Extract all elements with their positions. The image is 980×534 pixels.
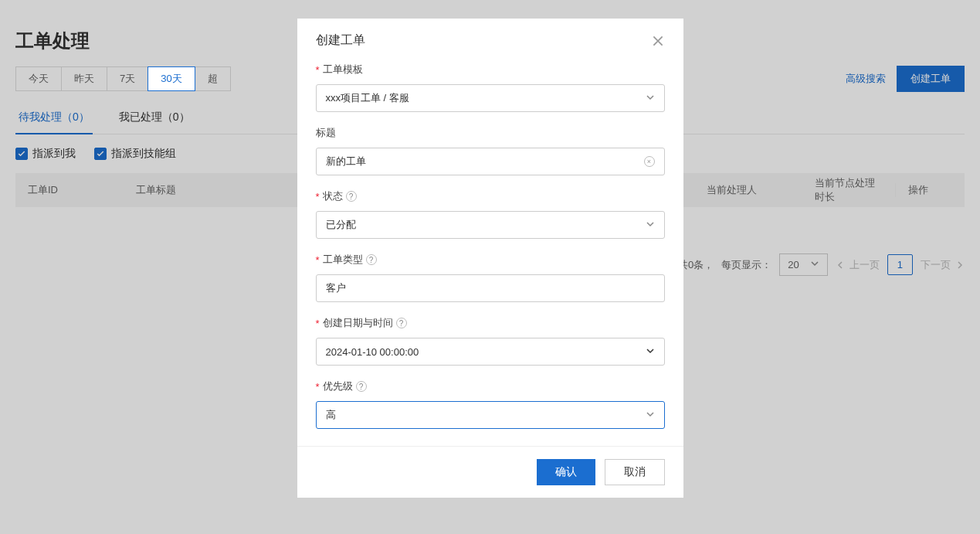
template-value: xxx项目工单 / 客服 <box>326 91 409 105</box>
required-mark: * <box>316 191 320 202</box>
subject-input[interactable]: 新的工单 × <box>316 148 665 175</box>
required-mark: * <box>316 318 320 329</box>
cancel-button[interactable]: 取消 <box>605 459 665 485</box>
chevron-down-icon <box>646 346 655 358</box>
modal-title: 创建工单 <box>316 32 365 49</box>
confirm-button[interactable]: 确认 <box>537 459 595 485</box>
datetime-picker[interactable]: 2024-01-10 00:00:00 <box>316 338 665 366</box>
datetime-label: 创建日期与时间 <box>323 316 393 330</box>
clear-icon[interactable]: × <box>644 156 655 167</box>
date-30d-button[interactable]: 30天 <box>148 66 195 91</box>
subject-value: 新的工单 <box>326 155 366 168</box>
subject-label: 标题 <box>316 126 336 140</box>
priority-select[interactable]: 高 <box>316 401 665 429</box>
help-icon[interactable]: ? <box>366 254 377 265</box>
help-icon[interactable]: ? <box>346 191 357 202</box>
required-mark: * <box>316 64 320 76</box>
chevron-down-icon <box>646 219 655 231</box>
status-label: 状态 <box>323 189 343 203</box>
template-select[interactable]: xxx项目工单 / 客服 <box>316 84 665 112</box>
help-icon[interactable]: ? <box>356 381 367 392</box>
datetime-value: 2024-01-10 00:00:00 <box>326 346 419 358</box>
priority-label: 优先级 <box>323 379 353 393</box>
status-select[interactable]: 已分配 <box>316 211 665 239</box>
chevron-down-icon <box>646 93 655 104</box>
chevron-down-icon <box>646 410 655 421</box>
create-ticket-modal: 创建工单 *工单模板 xxx项目工单 / 客服 标题 新的工单 × <box>297 19 683 498</box>
required-mark: * <box>316 381 320 393</box>
required-mark: * <box>316 254 320 266</box>
type-input[interactable]: 客户 <box>316 274 665 302</box>
template-label: 工单模板 <box>323 63 363 77</box>
close-icon[interactable] <box>651 34 665 48</box>
type-value: 客户 <box>326 281 346 295</box>
type-label: 工单类型 <box>323 253 363 267</box>
help-icon[interactable]: ? <box>396 318 407 328</box>
status-value: 已分配 <box>326 218 356 232</box>
priority-value: 高 <box>326 408 336 422</box>
